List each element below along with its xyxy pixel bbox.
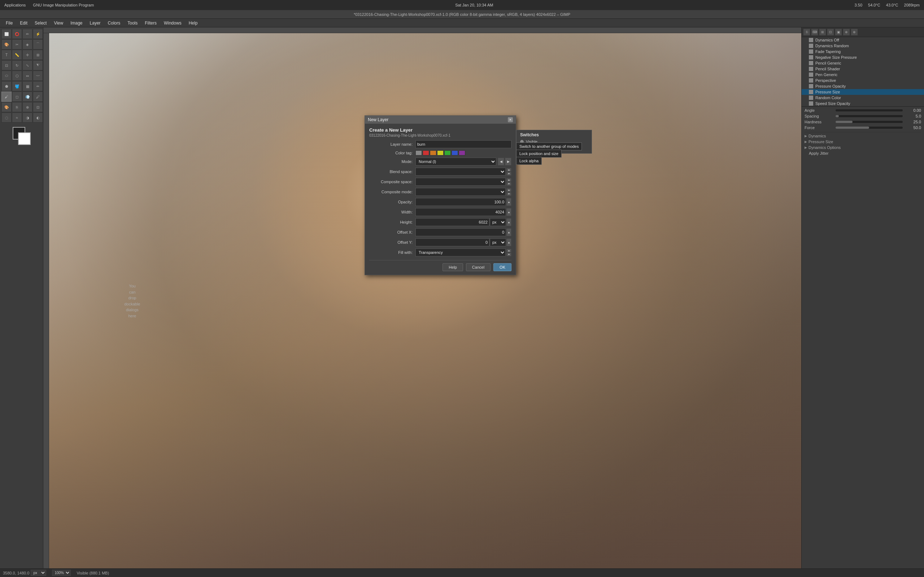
tool-by-color-select[interactable]: 🎨 [2,39,11,49]
menu-windows[interactable]: Windows [161,20,184,26]
tool-gradient[interactable]: ▦ [23,81,32,91]
offset-y-unit-select[interactable]: px mm in [490,239,506,246]
color-tag-blue[interactable] [452,150,458,155]
tool-ink[interactable]: 🖊 [33,92,43,102]
zoom-select[interactable]: 100% 50% 200% [52,570,71,576]
tool-rotate[interactable]: ↻ [12,60,22,70]
tool-move[interactable]: ✛ [23,50,32,60]
mode-select[interactable]: Normal (l) Dissolve Multiply Screen Over… [415,158,496,166]
tool-warp[interactable]: 〰 [33,71,43,81]
height-spin-up[interactable]: ▲ [506,218,512,226]
tool-paths[interactable]: ⌒ [33,39,43,49]
dynamics-pencil-shader[interactable]: Pencil Shader [802,66,924,72]
dynamics-pressure-size[interactable]: Pressure Size [802,89,924,95]
tool-text[interactable]: T [2,50,11,60]
tool-scale[interactable]: ⤡ [23,60,32,70]
tool-mypaint[interactable]: 🎨 [2,102,11,112]
tool-shear[interactable]: ⧨ [33,60,43,70]
panel-icon-4[interactable]: ⊡ [827,29,834,36]
tool-scissors[interactable]: ✂ [12,39,22,49]
blend-space-select[interactable] [415,168,506,176]
dynamics-pen-generic[interactable]: Pen Generic [802,72,924,77]
panel-icon-5[interactable]: ▣ [835,29,842,36]
hardness-slider[interactable] [835,121,903,123]
spacing-slider[interactable] [835,115,903,117]
offset-x-input[interactable] [415,228,506,236]
tool-perspective-clone[interactable]: ⊡ [33,102,43,112]
tool-paintbrush[interactable]: 🖌 [2,92,11,102]
panel-icon-6[interactable]: ⊕ [843,29,850,36]
pressure-size-expand-icon[interactable]: ▶ [804,140,807,143]
composite-mode-select[interactable] [415,188,506,196]
background-color[interactable] [18,132,31,145]
canvas-content[interactable]: You can drop dockable dialogs here [49,33,801,568]
menu-file[interactable]: File [3,20,16,26]
menu-layer[interactable]: Layer [87,20,103,26]
menu-image[interactable]: Image [68,20,85,26]
color-swatch[interactable] [13,127,31,145]
fill-with-up[interactable]: ▲ [506,249,512,253]
opacity-input[interactable] [415,198,506,206]
tool-measure[interactable]: 📏 [12,50,22,60]
color-tag-yellow[interactable] [437,150,444,155]
composite-space-select[interactable] [415,178,506,186]
color-tag-gray[interactable] [415,150,422,155]
angle-slider[interactable] [835,109,903,111]
force-slider[interactable] [835,127,903,129]
opacity-spin-up[interactable]: ▲ [506,198,512,206]
tool-perspective[interactable]: ⬭ [2,71,11,81]
mode-next-button[interactable]: ▶ [505,158,512,166]
tool-clone[interactable]: ⎘ [12,102,22,112]
tool-flip[interactable]: ⇔ [23,71,32,81]
tool-align[interactable]: ⊞ [33,50,43,60]
dynamics-options-expand-icon[interactable]: ▶ [804,146,807,149]
dynamics-pressure-opacity[interactable]: Pressure Opacity [802,83,924,89]
composite-mode-up[interactable]: ▲ [506,188,512,192]
tool-cage[interactable]: ⬟ [2,81,11,91]
composite-space-down[interactable]: ▼ [506,182,512,186]
help-button[interactable]: Help [443,263,463,271]
dynamics-pencil-generic[interactable]: Pencil Generic [802,60,924,66]
color-tag-purple[interactable] [459,150,465,155]
dynamics-random[interactable]: Dynamics Random [802,43,924,49]
fill-with-down[interactable]: ▼ [506,253,512,256]
offset-x-spin-up[interactable]: ▲ [506,228,512,236]
tool-rect-select[interactable]: ⬜ [2,29,11,39]
menu-view[interactable]: View [51,20,66,26]
menu-select[interactable]: Select [32,20,50,26]
width-spin-up[interactable]: ▲ [506,208,512,216]
composite-space-up[interactable]: ▲ [506,178,512,182]
color-tag-green[interactable] [444,150,451,155]
height-unit-select[interactable]: px mm in [490,218,506,226]
tool-dodge-burn[interactable]: ◑ [23,113,32,122]
mode-prev-button[interactable]: ◀ [498,158,504,166]
dialog-titlebar[interactable]: New Layer ✕ [365,116,516,124]
tool-pencil[interactable]: ✏ [33,81,43,91]
tool-eraser[interactable]: ◻ [12,92,22,102]
panel-icon-7[interactable]: ⊗ [851,29,858,36]
color-tag-orange[interactable] [430,150,436,155]
offset-y-spin-up[interactable]: ▲ [506,239,512,246]
offset-y-input[interactable] [415,239,489,246]
cancel-button[interactable]: Cancel [466,263,491,271]
menu-edit[interactable]: Edit [17,20,30,26]
ok-button[interactable]: OK [493,263,512,271]
dynamics-perspective[interactable]: Perspective [802,77,924,83]
panel-icon-2[interactable]: ⌨ [811,29,818,36]
dynamics-fade-tapering[interactable]: Fade Tapering [802,49,924,55]
width-input[interactable] [415,208,506,216]
blend-space-up[interactable]: ▲ [506,168,512,172]
tool-ellipse-select[interactable]: ⭕ [12,29,22,39]
dialog-close-button[interactable]: ✕ [508,117,513,122]
blend-space-down[interactable]: ▼ [506,172,512,176]
panel-icon-1[interactable]: ⎘ [803,29,810,36]
dynamics-speed-size-opacity[interactable]: Speed Size Opacity [802,101,924,106]
tool-smudge[interactable]: ≈ [12,113,22,122]
dynamics-neg-size-pressure[interactable]: Negative Size Pressure [802,55,924,60]
dynamics-random-color[interactable]: Random Color [802,95,924,101]
menu-help[interactable]: Help [186,20,201,26]
color-tag-red[interactable] [423,150,429,155]
composite-mode-down[interactable]: ▼ [506,192,512,196]
tool-fuzzy-select[interactable]: ⚡ [33,29,43,39]
menu-tools[interactable]: Tools [124,20,141,26]
